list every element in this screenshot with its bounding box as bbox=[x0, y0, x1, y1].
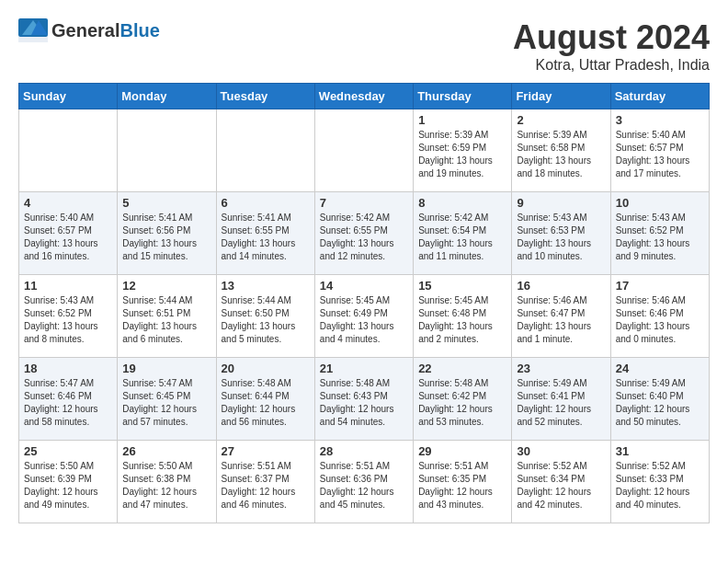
calendar-cell: 22Sunrise: 5:48 AM Sunset: 6:42 PM Dayli… bbox=[414, 358, 512, 441]
day-info: Sunrise: 5:43 AM Sunset: 6:53 PM Dayligh… bbox=[517, 212, 605, 263]
day-number: 5 bbox=[122, 196, 210, 210]
calendar-cell bbox=[118, 109, 216, 192]
day-number: 12 bbox=[122, 279, 210, 293]
day-info: Sunrise: 5:48 AM Sunset: 6:44 PM Dayligh… bbox=[222, 377, 310, 429]
day-number: 17 bbox=[616, 279, 704, 293]
column-header-tuesday: Tuesday bbox=[216, 84, 314, 109]
day-number: 9 bbox=[517, 196, 605, 210]
calendar-cell: 25Sunrise: 5:50 AM Sunset: 6:39 PM Dayli… bbox=[19, 441, 118, 523]
day-info: Sunrise: 5:52 AM Sunset: 6:33 PM Dayligh… bbox=[616, 460, 704, 511]
day-info: Sunrise: 5:46 AM Sunset: 6:46 PM Dayligh… bbox=[616, 294, 704, 346]
day-info: Sunrise: 5:46 AM Sunset: 6:47 PM Dayligh… bbox=[517, 294, 605, 346]
day-info: Sunrise: 5:43 AM Sunset: 6:52 PM Dayligh… bbox=[24, 294, 112, 346]
calendar-cell: 24Sunrise: 5:49 AM Sunset: 6:40 PM Dayli… bbox=[610, 358, 709, 441]
calendar-cell: 21Sunrise: 5:48 AM Sunset: 6:43 PM Dayli… bbox=[314, 358, 413, 441]
calendar-cell bbox=[314, 109, 413, 192]
day-info: Sunrise: 5:39 AM Sunset: 6:59 PM Dayligh… bbox=[418, 129, 506, 180]
day-info: Sunrise: 5:44 AM Sunset: 6:51 PM Dayligh… bbox=[122, 294, 210, 346]
calendar-cell: 14Sunrise: 5:45 AM Sunset: 6:49 PM Dayli… bbox=[314, 275, 413, 358]
day-info: Sunrise: 5:42 AM Sunset: 6:54 PM Dayligh… bbox=[418, 212, 506, 263]
column-header-monday: Monday bbox=[118, 84, 216, 109]
week-row-2: 4Sunrise: 5:40 AM Sunset: 6:57 PM Daylig… bbox=[19, 192, 710, 275]
day-info: Sunrise: 5:39 AM Sunset: 6:58 PM Dayligh… bbox=[517, 129, 605, 180]
day-number: 7 bbox=[320, 196, 408, 210]
day-info: Sunrise: 5:49 AM Sunset: 6:41 PM Dayligh… bbox=[517, 377, 605, 429]
day-info: Sunrise: 5:51 AM Sunset: 6:37 PM Dayligh… bbox=[222, 460, 310, 511]
day-info: Sunrise: 5:48 AM Sunset: 6:43 PM Dayligh… bbox=[320, 377, 408, 429]
day-number: 15 bbox=[418, 279, 506, 293]
day-number: 26 bbox=[122, 444, 210, 458]
day-number: 25 bbox=[24, 444, 112, 458]
day-info: Sunrise: 5:42 AM Sunset: 6:55 PM Dayligh… bbox=[320, 212, 408, 263]
title-section: August 2024 Kotra, Uttar Pradesh, India bbox=[513, 18, 710, 74]
calendar-cell: 3Sunrise: 5:40 AM Sunset: 6:57 PM Daylig… bbox=[610, 109, 709, 192]
day-number: 28 bbox=[320, 444, 408, 458]
calendar-cell: 23Sunrise: 5:49 AM Sunset: 6:41 PM Dayli… bbox=[512, 358, 610, 441]
day-number: 1 bbox=[418, 113, 506, 127]
day-info: Sunrise: 5:44 AM Sunset: 6:50 PM Dayligh… bbox=[222, 294, 310, 346]
day-info: Sunrise: 5:43 AM Sunset: 6:52 PM Dayligh… bbox=[616, 212, 704, 263]
column-header-friday: Friday bbox=[512, 84, 610, 109]
column-header-thursday: Thursday bbox=[414, 84, 512, 109]
day-number: 13 bbox=[222, 279, 310, 293]
calendar-cell: 31Sunrise: 5:52 AM Sunset: 6:33 PM Dayli… bbox=[610, 441, 709, 523]
column-header-sunday: Sunday bbox=[19, 84, 118, 109]
calendar-cell: 30Sunrise: 5:52 AM Sunset: 6:34 PM Dayli… bbox=[512, 441, 610, 523]
day-info: Sunrise: 5:48 AM Sunset: 6:42 PM Dayligh… bbox=[418, 377, 506, 429]
day-info: Sunrise: 5:45 AM Sunset: 6:48 PM Dayligh… bbox=[418, 294, 506, 346]
week-row-5: 25Sunrise: 5:50 AM Sunset: 6:39 PM Dayli… bbox=[19, 441, 710, 523]
calendar-cell: 19Sunrise: 5:47 AM Sunset: 6:45 PM Dayli… bbox=[118, 358, 216, 441]
day-info: Sunrise: 5:41 AM Sunset: 6:55 PM Dayligh… bbox=[222, 212, 310, 263]
logo: GeneralBlue bbox=[18, 18, 160, 42]
day-number: 24 bbox=[616, 362, 704, 375]
day-info: Sunrise: 5:41 AM Sunset: 6:56 PM Dayligh… bbox=[122, 212, 210, 263]
calendar-cell: 15Sunrise: 5:45 AM Sunset: 6:48 PM Dayli… bbox=[414, 275, 512, 358]
month-year-title: August 2024 bbox=[513, 18, 710, 57]
day-number: 16 bbox=[517, 279, 605, 293]
day-info: Sunrise: 5:50 AM Sunset: 6:38 PM Dayligh… bbox=[122, 460, 210, 511]
column-header-saturday: Saturday bbox=[610, 84, 709, 109]
day-number: 11 bbox=[24, 279, 112, 293]
calendar-cell: 1Sunrise: 5:39 AM Sunset: 6:59 PM Daylig… bbox=[414, 109, 512, 192]
day-info: Sunrise: 5:47 AM Sunset: 6:45 PM Dayligh… bbox=[122, 377, 210, 429]
day-info: Sunrise: 5:51 AM Sunset: 6:36 PM Dayligh… bbox=[320, 460, 408, 511]
calendar-cell: 7Sunrise: 5:42 AM Sunset: 6:55 PM Daylig… bbox=[314, 192, 413, 275]
calendar-cell: 17Sunrise: 5:46 AM Sunset: 6:46 PM Dayli… bbox=[610, 275, 709, 358]
calendar-cell: 28Sunrise: 5:51 AM Sunset: 6:36 PM Dayli… bbox=[314, 441, 413, 523]
calendar-cell: 6Sunrise: 5:41 AM Sunset: 6:55 PM Daylig… bbox=[216, 192, 314, 275]
day-number: 31 bbox=[616, 444, 704, 458]
calendar-cell: 12Sunrise: 5:44 AM Sunset: 6:51 PM Dayli… bbox=[118, 275, 216, 358]
day-number: 19 bbox=[122, 362, 210, 375]
day-info: Sunrise: 5:50 AM Sunset: 6:39 PM Dayligh… bbox=[24, 460, 112, 511]
calendar-cell: 18Sunrise: 5:47 AM Sunset: 6:46 PM Dayli… bbox=[19, 358, 118, 441]
calendar-cell: 11Sunrise: 5:43 AM Sunset: 6:52 PM Dayli… bbox=[19, 275, 118, 358]
day-info: Sunrise: 5:40 AM Sunset: 6:57 PM Dayligh… bbox=[24, 212, 112, 263]
page-header: GeneralBlue August 2024 Kotra, Uttar Pra… bbox=[18, 18, 710, 74]
calendar-cell: 29Sunrise: 5:51 AM Sunset: 6:35 PM Dayli… bbox=[414, 441, 512, 523]
calendar-cell: 9Sunrise: 5:43 AM Sunset: 6:53 PM Daylig… bbox=[512, 192, 610, 275]
week-row-3: 11Sunrise: 5:43 AM Sunset: 6:52 PM Dayli… bbox=[19, 275, 710, 358]
calendar-cell: 10Sunrise: 5:43 AM Sunset: 6:52 PM Dayli… bbox=[610, 192, 709, 275]
column-header-wednesday: Wednesday bbox=[314, 84, 413, 109]
day-number: 4 bbox=[24, 196, 112, 210]
calendar-cell: 5Sunrise: 5:41 AM Sunset: 6:56 PM Daylig… bbox=[118, 192, 216, 275]
location-subtitle: Kotra, Uttar Pradesh, India bbox=[513, 57, 710, 74]
calendar-cell: 2Sunrise: 5:39 AM Sunset: 6:58 PM Daylig… bbox=[512, 109, 610, 192]
calendar-cell: 27Sunrise: 5:51 AM Sunset: 6:37 PM Dayli… bbox=[216, 441, 314, 523]
day-number: 21 bbox=[320, 362, 408, 375]
calendar-cell: 20Sunrise: 5:48 AM Sunset: 6:44 PM Dayli… bbox=[216, 358, 314, 441]
day-number: 29 bbox=[418, 444, 506, 458]
calendar-table: SundayMondayTuesdayWednesdayThursdayFrid… bbox=[18, 83, 710, 523]
week-row-4: 18Sunrise: 5:47 AM Sunset: 6:46 PM Dayli… bbox=[19, 358, 710, 441]
day-number: 23 bbox=[517, 362, 605, 375]
day-info: Sunrise: 5:51 AM Sunset: 6:35 PM Dayligh… bbox=[418, 460, 506, 511]
day-info: Sunrise: 5:49 AM Sunset: 6:40 PM Dayligh… bbox=[616, 377, 704, 429]
calendar-cell bbox=[216, 109, 314, 192]
logo-blue: Blue bbox=[119, 20, 159, 40]
calendar-cell: 4Sunrise: 5:40 AM Sunset: 6:57 PM Daylig… bbox=[19, 192, 118, 275]
day-number: 3 bbox=[616, 113, 704, 127]
logo-icon bbox=[18, 18, 48, 42]
day-number: 8 bbox=[418, 196, 506, 210]
calendar-header-row: SundayMondayTuesdayWednesdayThursdayFrid… bbox=[19, 84, 710, 109]
calendar-cell: 13Sunrise: 5:44 AM Sunset: 6:50 PM Dayli… bbox=[216, 275, 314, 358]
